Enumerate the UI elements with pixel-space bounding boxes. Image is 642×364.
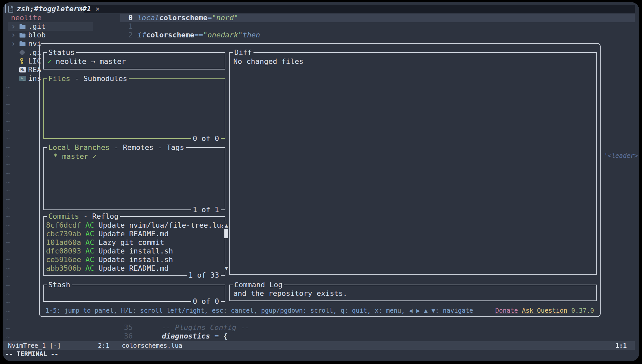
lazygit-diff-panel[interactable]: Diff No changed files [229, 52, 597, 275]
tilde-empty-line: ~ [6, 134, 10, 143]
scroll-up-icon[interactable]: ▲ [223, 221, 230, 230]
tilde-empty-line: ~ [6, 333, 10, 341]
tab-toggleterm[interactable]: zsh;#toggleterm#1 × [8, 4, 100, 14]
folder-icon [19, 41, 28, 46]
chevron-right-icon[interactable]: › [11, 31, 19, 39]
tilde-empty-line: ~ [6, 212, 10, 221]
command-log-title[interactable]: Command Log [233, 281, 284, 289]
mode-indicator: -- TERMINAL -- [5, 349, 58, 358]
scrollbar-thumb[interactable] [224, 229, 228, 238]
commit-row[interactable]: dfc08093ACUpdate install.sh [46, 247, 225, 255]
statusline: NvimTree_1 [-] 2:1 colorschemes.lua 1:1 [3, 341, 635, 350]
tilde-empty-line: ~ [6, 152, 10, 160]
commit-author-initials: AC [85, 221, 94, 230]
tree-item-git[interactable]: ›.git [3, 22, 102, 31]
folder-icon [19, 24, 28, 29]
tree-item-label: .git [28, 22, 46, 31]
commit-row[interactable]: 101ad60aACLazy git commit [46, 238, 225, 247]
tree-item-label: LIC [28, 57, 41, 66]
folder-icon [19, 32, 28, 38]
repo-branch-text: neolite → master [56, 57, 126, 66]
file-icon [8, 6, 14, 13]
tabline-background [84, 5, 635, 13]
lazygit-status-panel[interactable]: Status ✓ neolite → master [43, 52, 225, 69]
tree-item-label: ins [28, 74, 41, 83]
ask-question-link[interactable]: Ask Question [522, 306, 567, 315]
code-token: local [137, 14, 159, 22]
commit-author-initials: AC [85, 247, 94, 255]
tilde-empty-line: ~ [6, 160, 10, 169]
commit-hash: 101ad60a [46, 238, 81, 247]
tilde-empty-line: ~ [6, 186, 10, 195]
diff-panel-title[interactable]: Diff [233, 48, 253, 57]
tilde-empty-line: ~ [6, 221, 10, 229]
code-token: == [194, 31, 203, 39]
tilde-empty-line: ~ [6, 178, 10, 186]
statusline-filename: colorschemes.lua [122, 341, 182, 350]
files-counter: 0 of 0 [191, 134, 221, 143]
branches-panel-title[interactable]: Local Branches - Remotes - Tags [47, 143, 186, 152]
code-token: "nord" [212, 14, 238, 22]
tilde-empty-line: ~ [6, 298, 10, 307]
commit-author-initials: AC [85, 238, 94, 247]
diff-empty-text: No changed files [233, 57, 303, 66]
statusline-cursor: 1:1 [616, 341, 627, 350]
donate-link[interactable]: Donate [495, 306, 518, 315]
chevron-right-icon[interactable]: › [11, 22, 19, 31]
chevron-right-icon[interactable]: › [11, 39, 19, 48]
tilde-empty-line: ~ [6, 315, 10, 324]
code-line-2: 2 if colorscheme == "onedark" then [120, 31, 260, 39]
terminal-file-icon: >_ [19, 76, 28, 81]
lazygit-stash-panel[interactable]: Stash 0 of 0 [43, 285, 225, 302]
command-log-text: and the repository exists. [233, 289, 347, 298]
scroll-down-icon[interactable]: ▼ [223, 264, 230, 272]
check-icon: ✓ [47, 57, 52, 66]
commit-hash: cbc739ab [46, 230, 81, 238]
tilde-empty-line: ~ [6, 143, 10, 152]
commit-message: Update install.sh [98, 255, 173, 264]
markdown-icon: M↓ [19, 67, 28, 72]
commit-row[interactable]: ce5916eeACUpdate install.sh [46, 255, 225, 264]
tab-close-icon[interactable]: × [95, 5, 100, 13]
lazygit-commits-panel[interactable]: Commits - Reflog 8cf6dcdfACUpdate nvim/l… [43, 216, 225, 276]
commit-row[interactable]: 8cf6dcdfACUpdate nvim/lua/file-tree.lua [46, 221, 225, 230]
commit-hash: ce5916ee [46, 255, 81, 264]
tilde-empty-line: ~ [6, 204, 10, 212]
line-number: 36 [120, 332, 133, 341]
code-token: = [207, 14, 212, 22]
tilde-empty-line: ~ [6, 272, 10, 281]
stash-counter: 0 of 0 [191, 297, 221, 306]
status-panel-title[interactable]: Status [47, 48, 76, 57]
commits-panel-title[interactable]: Commits - Reflog [47, 212, 120, 221]
lazygit-command-log-panel[interactable]: Command Log and the repository exists. [229, 285, 597, 301]
commit-message: Lazy git commit [98, 238, 164, 247]
code-comment: -- Plugins Config -- [162, 323, 250, 332]
tilde-empty-line: ~ [6, 83, 10, 91]
tree-item-blob[interactable]: ›blob [3, 31, 102, 39]
tilde-empty-line: ~ [6, 126, 10, 134]
tilde-empty-line: ~ [6, 247, 10, 255]
tilde-empty-line: ~ [6, 109, 10, 117]
tilde-empty-line: ~ [6, 290, 10, 298]
tilde-empty-line: ~ [6, 91, 10, 100]
tilde-empty-line: ~ [6, 264, 10, 272]
lazygit-branches-panel[interactable]: Local Branches - Remotes - Tags * master… [43, 147, 225, 210]
code-line-0: 0 local colorscheme = "nord" [120, 14, 238, 22]
lazygit-files-panel[interactable]: Files - Submodules 0 of 0 [43, 78, 225, 139]
commit-hash: dfc08093 [46, 247, 81, 255]
code-line-36: 36 diagnostics = { [120, 332, 228, 341]
lazygit-keybindings-bar: 1-5: jump to panel, H/L: scroll left/rig… [45, 306, 594, 315]
commit-message: Update install.sh [98, 247, 173, 255]
code-string-leader: '<leader> [604, 151, 638, 160]
commit-hash: abb3506b [46, 264, 81, 273]
filetree-root[interactable]: neolite [11, 14, 42, 22]
stash-panel-title[interactable]: Stash [47, 281, 72, 289]
lazygit-float-window: Status ✓ neolite → master Files - Submod… [39, 43, 601, 317]
tilde-empty-line: ~ [6, 281, 10, 290]
branch-name: * master [53, 152, 88, 161]
code-token: = [210, 332, 223, 341]
files-panel-title[interactable]: Files - Submodules [47, 74, 129, 83]
commit-row[interactable]: cbc739abACUpdate README.md [46, 230, 225, 238]
commit-message: Update nvim/lua/file-tree.lua [98, 221, 225, 230]
statusline-buffer-name: NvimTree_1 [-] [8, 341, 61, 350]
